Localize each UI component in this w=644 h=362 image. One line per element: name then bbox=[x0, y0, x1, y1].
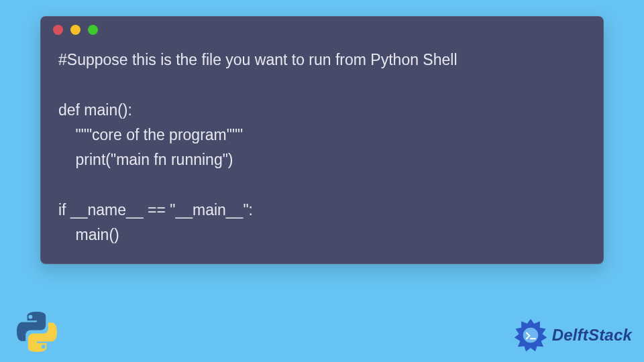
window-titlebar bbox=[41, 17, 603, 42]
code-line bbox=[58, 72, 586, 97]
svg-point-2 bbox=[523, 328, 538, 343]
code-line: #Suppose this is the file you want to ru… bbox=[58, 48, 586, 72]
brand-name: DelftStack bbox=[552, 326, 632, 345]
brand-logo: DelftStack bbox=[513, 318, 632, 353]
code-line: print("main fn running") bbox=[58, 147, 586, 172]
minimize-icon bbox=[70, 25, 80, 35]
close-icon bbox=[53, 25, 63, 35]
python-logo-icon bbox=[15, 310, 59, 354]
code-window: #Suppose this is the file you want to ru… bbox=[40, 16, 604, 264]
code-line: """core of the program""" bbox=[58, 123, 586, 147]
code-line: def main(): bbox=[58, 98, 586, 123]
code-line: if __name__ == "__main__": bbox=[58, 198, 586, 223]
code-line: main() bbox=[58, 223, 586, 247]
brand-badge-icon bbox=[513, 318, 548, 353]
maximize-icon bbox=[88, 25, 98, 35]
code-body: #Suppose this is the file you want to ru… bbox=[41, 42, 603, 263]
code-line bbox=[58, 172, 586, 197]
